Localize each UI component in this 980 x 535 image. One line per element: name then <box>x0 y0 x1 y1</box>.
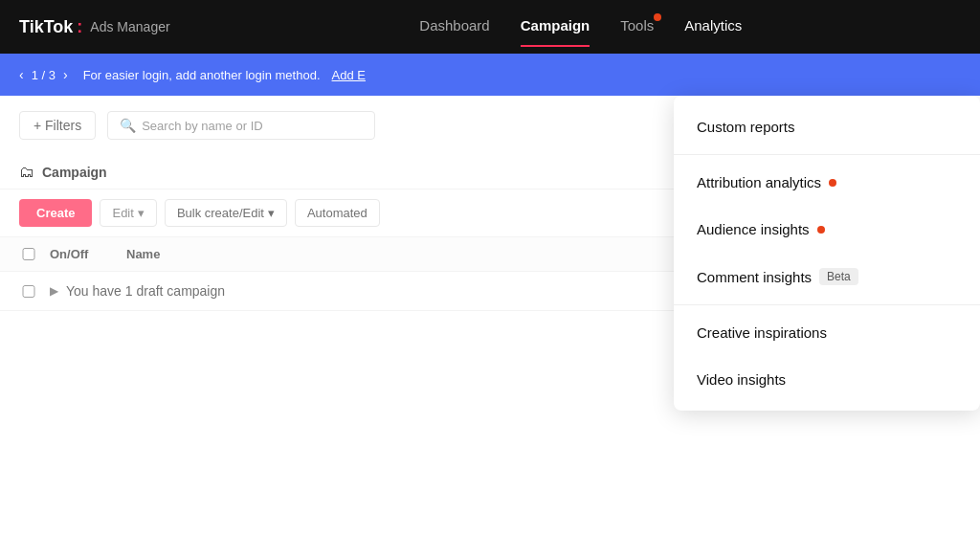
nav-dashboard[interactable]: Dashboard <box>419 17 489 37</box>
divider-2 <box>674 304 980 305</box>
nav-campaign[interactable]: Campaign <box>521 17 590 37</box>
dropdown-overlay[interactable] <box>0 96 674 535</box>
logo: TikTok: Ads Manager <box>19 17 170 37</box>
dropdown-item-creative-inspirations[interactable]: Creative inspirations <box>674 309 980 356</box>
custom-reports-label: Custom reports <box>697 119 795 135</box>
audience-insights-dot <box>817 226 825 234</box>
nav-tools[interactable]: Tools <box>620 17 654 37</box>
divider-1 <box>674 154 980 155</box>
banner-nav: ‹ 1 / 3 › <box>15 65 72 84</box>
analytics-dropdown-menu: Custom reports Attribution analytics Aud… <box>674 96 980 411</box>
attribution-analytics-dot <box>829 179 836 187</box>
banner-link[interactable]: Add E <box>332 68 366 82</box>
dropdown-item-custom-reports[interactable]: Custom reports <box>674 103 980 150</box>
nav-analytics[interactable]: Analytics <box>684 17 742 37</box>
tools-label: Tools <box>620 17 654 33</box>
logo-colon: : <box>77 17 82 37</box>
comment-insights-label: Comment insights <box>697 269 812 285</box>
dropdown-item-video-insights[interactable]: Video insights <box>674 356 980 403</box>
banner-text: For easier login, add another login meth… <box>83 68 321 82</box>
video-insights-label: Video insights <box>697 371 786 388</box>
dropdown-item-audience-insights[interactable]: Audience insights <box>674 206 980 253</box>
top-navigation: TikTok: Ads Manager Dashboard Campaign T… <box>0 0 980 54</box>
logo-tiktok-text: TikTok <box>19 17 73 37</box>
dropdown-item-comment-insights[interactable]: Comment insights Beta <box>674 253 980 301</box>
tools-dot <box>654 13 661 21</box>
beta-badge: Beta <box>819 268 858 285</box>
banner-next-arrow[interactable]: › <box>59 65 72 84</box>
main-area: + Filters 🔍 🗂 Campaign 📄 Ad group 📄 Ad C… <box>0 96 980 535</box>
banner-prev-arrow[interactable]: ‹ <box>15 65 28 84</box>
audience-insights-label: Audience insights <box>697 221 810 237</box>
attribution-analytics-label: Attribution analytics <box>697 174 821 190</box>
creative-inspirations-label: Creative inspirations <box>697 324 827 341</box>
dropdown-item-attribution-analytics[interactable]: Attribution analytics <box>674 159 980 206</box>
banner-counter: 1 / 3 <box>32 68 56 82</box>
nav-links: Dashboard Campaign Tools Analytics <box>201 17 961 37</box>
notification-banner: ‹ 1 / 3 › For easier login, add another … <box>0 54 980 96</box>
logo-adsmanager-text: Ads Manager <box>90 19 169 34</box>
